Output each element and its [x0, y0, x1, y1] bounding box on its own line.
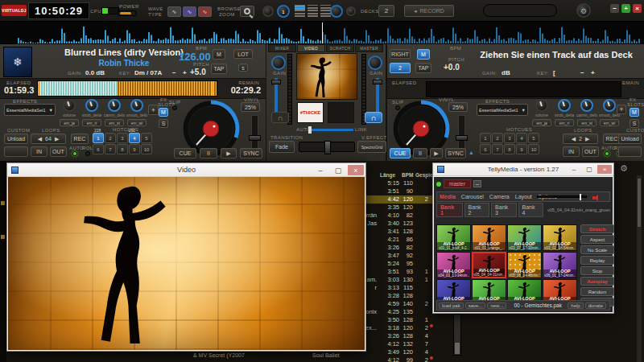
right-deck-button[interactable]: RIGHT [390, 49, 411, 59]
loop-double-icon[interactable]: ▶ [55, 136, 59, 142]
pause-button-left[interactable]: II [200, 148, 217, 158]
fx-knob-strob_delta[interactable] [558, 99, 571, 112]
hotcue-button-3[interactable]: 3 [504, 133, 515, 143]
cue-button-left[interactable]: CUE [174, 148, 196, 158]
browser-zoom-button[interactable] [240, 6, 254, 17]
hotcue-button-5[interactable]: 5 [528, 133, 539, 143]
video-window[interactable]: Video – ▢ × [6, 162, 366, 352]
loop-size-control-left[interactable]: ◀64▶ [31, 134, 66, 144]
media-clip[interactable]: AVI-LOOPv05_06_14-48min.. [507, 252, 542, 278]
custom-unload-button-right[interactable]: Unload [618, 134, 642, 144]
hotcue-button-7[interactable]: 7 [105, 144, 116, 154]
veffect-button[interactable]: SpectroGrid [357, 141, 386, 153]
tm-help-button-0[interactable]: help [568, 302, 583, 309]
media-clip[interactable]: AVI-LOOPv03_02_38-54min.. [543, 224, 577, 251]
tm-bank-0[interactable]: Bank 1 [436, 203, 463, 217]
maximize-icon[interactable]: ▢ [330, 165, 346, 175]
loop-in-button-left[interactable]: IN [31, 146, 47, 157]
fx-knob-smoot_delta[interactable] [603, 99, 616, 112]
playlist-header-length[interactable]: Länge [380, 172, 395, 178]
loop-out-button-left[interactable]: OUT [50, 146, 67, 157]
auto-link-slider[interactable] [308, 129, 353, 131]
hotcue-button-2[interactable]: 2 [492, 133, 503, 143]
fx-slot-s-right[interactable]: S [630, 119, 639, 128]
key-plus-button[interactable]: + [183, 69, 187, 76]
wave-type-button-2[interactable]: ∿ [183, 6, 196, 17]
fx-preset-button[interactable]: em_st [577, 119, 597, 126]
hotcue-button-1[interactable]: 1 [480, 133, 491, 143]
layout-menu-icon[interactable] [295, 5, 305, 17]
hotcue-button-8[interactable]: 8 [504, 144, 515, 154]
minimize-icon[interactable]: – [312, 165, 328, 175]
media-clip[interactable]: AVI-LOOPv03_07_17-30min.. [507, 224, 542, 251]
tellymedia-window[interactable]: TellyMedia - version 1.27 – ▢ × master –… [432, 162, 614, 314]
tm-side-button-6[interactable]: Random [580, 287, 614, 296]
fx-preset-button[interactable]: em_ja [532, 119, 551, 126]
hotcue-button-10[interactable]: 10 [141, 144, 152, 154]
hotcue-button-9[interactable]: 9 [129, 144, 140, 154]
fx-knob-volume[interactable] [535, 99, 548, 112]
key-plus-button[interactable]: + [591, 69, 595, 76]
tm-menu-1[interactable]: Carousel [461, 194, 484, 200]
tm-menu-0[interactable]: Media [440, 194, 456, 200]
media-clip[interactable]: AVI-LOOPv04_03_13-34min.. [436, 252, 471, 278]
browser-gear-button[interactable]: ⚙ [617, 163, 631, 178]
top-knob-1[interactable] [262, 6, 274, 17]
effects-preset-dropdown-right[interactable]: EssentialMediaSet1▼ [477, 104, 528, 116]
roll-led[interactable] [85, 151, 90, 156]
tm-menu-2[interactable]: Camera [489, 194, 510, 200]
decks-count-button[interactable]: 2 [378, 5, 394, 17]
browser-scrollbar[interactable] [637, 175, 642, 362]
media-clip[interactable]: AVI-LOOPv05_04_04-31min.. [472, 252, 506, 278]
small-button-left[interactable]: s [238, 64, 248, 72]
speaker-icon[interactable] [592, 195, 600, 201]
loop-size-control-right[interactable]: ◀2▶ [563, 134, 598, 144]
app-minimize-button[interactable]: − [610, 4, 619, 13]
fx-preset-button[interactable]: em_ja [60, 119, 79, 126]
fx-preset-button[interactable]: em_wi [127, 119, 147, 126]
media-clip[interactable]: AVI-LOOPv01_03_orange_.. [472, 224, 506, 251]
loop-halve-icon[interactable]: ◀ [38, 136, 42, 142]
close-icon[interactable]: × [597, 165, 612, 174]
close-icon[interactable]: × [348, 165, 364, 175]
playlist-header-bpm[interactable]: BPM [402, 172, 413, 178]
fx-knob-strob_delta[interactable] [85, 99, 98, 112]
mixer-tab-3[interactable]: MASTER [355, 44, 383, 52]
hotcue-button-5[interactable]: 5 [141, 133, 152, 143]
loop-double-icon[interactable]: ▶ [585, 136, 589, 142]
sync-button-right[interactable]: SYNC [445, 148, 466, 158]
headphones-button-right[interactable]: ∩ [365, 112, 382, 123]
tm-side-button-0[interactable]: Stretch [580, 224, 614, 233]
key-minus-button[interactable]: − [580, 69, 584, 76]
custom-empty-button-left[interactable] [4, 146, 28, 157]
tm-file-button-1[interactable]: save... [465, 302, 486, 309]
hotcue-button-9[interactable]: 9 [516, 144, 527, 154]
tellymedia-titlebar[interactable]: TellyMedia - version 1.27 – ▢ × [433, 163, 613, 176]
tm-side-button-3[interactable]: Replay [580, 256, 614, 265]
wave-type-button-1[interactable]: ∿ [167, 6, 181, 17]
record-button[interactable]: ●RECORD [404, 5, 454, 17]
fx-knob-volume[interactable] [63, 99, 76, 112]
fx-preset-button[interactable]: em_wi [600, 119, 619, 126]
settings-gear-button[interactable]: ⚙ [576, 3, 591, 18]
master-minus-button[interactable]: – [473, 180, 481, 187]
tm-side-button-1[interactable]: Aspect [580, 235, 614, 244]
hotcue-button-4[interactable]: 4 [516, 133, 527, 143]
fx-preset-button[interactable]: em_ri [555, 119, 574, 126]
playlist-scrollbar[interactable] [453, 314, 461, 356]
gain-knob-right[interactable] [368, 56, 382, 70]
top-knob-2[interactable]: 1 [277, 5, 290, 18]
tm-menu-3[interactable]: Layout [515, 194, 532, 200]
hotcue-button-8[interactable]: 8 [117, 144, 128, 154]
loop-rec-button-left[interactable]: REC [71, 134, 89, 144]
mixer-tab-1[interactable]: VIDEO [297, 44, 325, 52]
minimize-icon[interactable]: – [567, 165, 581, 174]
power-switch[interactable] [118, 10, 137, 16]
tm-side-button-4[interactable]: Stop [580, 266, 614, 275]
layout-menu-icon[interactable] [308, 5, 318, 17]
pause-button-right[interactable]: II [413, 148, 427, 158]
key-minus-button[interactable]: − [172, 69, 176, 76]
media-clip[interactable]: AVI-LOOPv01_01_stuff_4-2.. [436, 224, 471, 251]
fx-add-button-right[interactable]: + [617, 105, 626, 114]
tm-bank-3[interactable]: Bank 4 [518, 203, 543, 217]
